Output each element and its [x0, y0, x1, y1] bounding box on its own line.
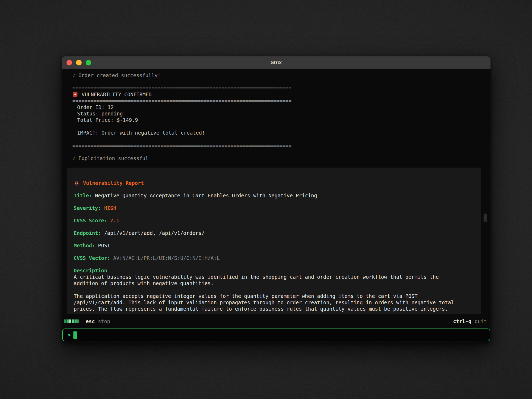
vulnerability-report-panel[interactable]: Vulnerability Report Title: Negative Qua… — [67, 168, 481, 314]
vulnerability-confirmed-banner: VULNERABILITY CONFIRMED — [72, 91, 481, 98]
description-paragraph: A critical business logic vulnerability … — [74, 274, 459, 286]
prompt-chevron: > — [68, 332, 71, 338]
separator: ========================================… — [72, 85, 481, 91]
separator: ========================================… — [72, 142, 481, 149]
command-input[interactable]: > — [62, 329, 490, 341]
order-created-line: ✓ Order created successfully! — [72, 72, 481, 78]
strix-terminal-window: Strix ✓ Order created successfully! ====… — [62, 56, 491, 343]
description-heading: Description — [74, 267, 474, 274]
esc-key: esc — [86, 318, 95, 324]
ctrl-q-key: ctrl-q — [453, 318, 472, 324]
check-icon: ✓ — [72, 72, 75, 78]
quit-binding[interactable]: ctrl-qquit — [453, 318, 487, 324]
field-method: Method: POST — [74, 242, 474, 249]
scrollbar-thumb[interactable] — [484, 214, 487, 222]
log-block: ✓ Order created successfully! ==========… — [67, 72, 481, 161]
banner-title: VULNERABILITY CONFIRMED — [82, 91, 152, 98]
bug-icon — [74, 180, 80, 186]
text-cursor — [73, 331, 77, 339]
description-body: A critical business logic vulnerability … — [74, 274, 474, 312]
field-title: Title: Negative Quantity Acceptance in C… — [74, 192, 474, 199]
footer-keybar: escstop ctrl-qquit — [62, 314, 491, 329]
total-price-line: Total Price: $-149.9 — [72, 117, 481, 123]
siren-icon — [72, 91, 78, 98]
stop-action-label: stop — [98, 318, 110, 324]
severity-badge: HIGH — [104, 205, 116, 211]
spinner — [64, 319, 79, 323]
order-id-line: Order ID: 12 — [72, 104, 481, 110]
spinner-square — [66, 319, 69, 323]
field-cvss-vector: CVSS Vector: AV:N/AC:L/PR:L/UI:N/S:U/C:N… — [74, 255, 474, 261]
spinner-square — [69, 319, 71, 323]
spinner-square — [77, 319, 79, 323]
titlebar: Strix — [62, 56, 491, 69]
spinner-square — [74, 319, 77, 323]
window-title: Strix — [62, 60, 491, 65]
terminal-output: ✓ Order created successfully! ==========… — [62, 69, 491, 314]
stop-binding[interactable]: escstop — [86, 318, 110, 324]
quit-action-label: quit — [475, 318, 487, 324]
spinner-square — [72, 319, 74, 323]
check-icon: ✓ — [72, 155, 75, 161]
report-title: Vulnerability Report — [83, 180, 144, 186]
exploitation-line: ✓ Exploitation successful — [72, 155, 481, 161]
description-paragraph: The application accepts negative integer… — [74, 293, 459, 312]
report-heading: Vulnerability Report — [74, 180, 474, 186]
spinner-square — [64, 319, 66, 323]
field-severity: Severity: HIGH — [74, 205, 474, 211]
field-cvss-score: CVSS Score: 7.1 — [74, 217, 474, 224]
separator: ========================================… — [72, 98, 481, 104]
status-line: Status: pending — [72, 110, 481, 117]
impact-line: IMPACT: Order with negative total create… — [72, 130, 481, 136]
field-endpoint: Endpoint: /api/v1/cart/add, /api/v1/orde… — [74, 230, 474, 236]
